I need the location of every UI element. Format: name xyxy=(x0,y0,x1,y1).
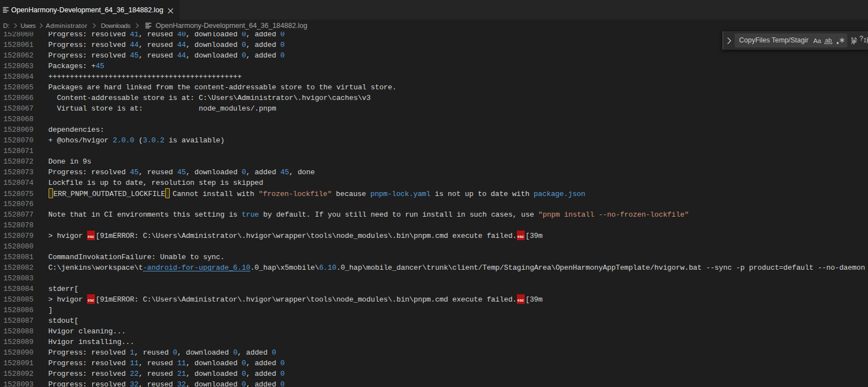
svg-text:ab: ab xyxy=(825,37,832,44)
